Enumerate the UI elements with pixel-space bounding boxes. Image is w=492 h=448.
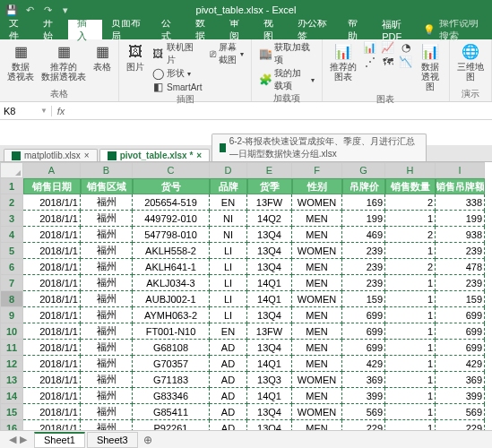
cell[interactable]: 399 xyxy=(436,388,485,404)
cell[interactable]: 2018/1/1 xyxy=(23,227,81,243)
row-header-13[interactable]: 13 xyxy=(0,372,23,388)
cell[interactable]: 338 xyxy=(436,194,485,211)
cell[interactable]: 福州 xyxy=(81,291,133,307)
cell[interactable]: 2018/1/1 xyxy=(23,275,81,291)
cell[interactable]: 福州 xyxy=(81,211,133,227)
cell[interactable]: 199 xyxy=(342,211,385,227)
cell[interactable]: 1 xyxy=(385,388,436,404)
cell[interactable]: AYMH063-2 xyxy=(133,307,210,323)
cell[interactable]: 2018/1/1 xyxy=(23,372,81,388)
tab-help[interactable]: 帮助 xyxy=(339,20,373,39)
cell[interactable]: 福州 xyxy=(81,307,133,323)
add-sheet-button[interactable]: ⊕ xyxy=(140,434,156,446)
recommended-charts-button[interactable]: 📊推荐的 图表 xyxy=(328,41,358,93)
tab-foxit[interactable]: 福昕PDF xyxy=(373,20,423,39)
tab-file[interactable]: 文件 xyxy=(0,20,34,39)
cell[interactable]: 福州 xyxy=(81,372,133,388)
header-cell[interactable]: 销售吊牌额 xyxy=(436,178,485,194)
row-header-14[interactable]: 14 xyxy=(0,388,23,404)
tab-review[interactable]: 审阅 xyxy=(220,20,255,39)
cell[interactable]: 239 xyxy=(342,243,385,259)
cell[interactable]: AKLH641-1 xyxy=(133,259,210,275)
cell[interactable]: 1 xyxy=(385,340,436,356)
cell[interactable]: 239 xyxy=(436,275,485,291)
row-header-11[interactable]: 11 xyxy=(0,340,23,356)
cell[interactable]: 1 xyxy=(385,372,436,388)
col-header-G[interactable]: G xyxy=(342,162,385,178)
redo-icon[interactable]: ↷ xyxy=(39,2,56,18)
cell[interactable]: 福州 xyxy=(81,227,133,243)
cell[interactable]: NI xyxy=(210,211,247,227)
cell[interactable]: 2018/1/1 xyxy=(23,323,81,340)
cell[interactable]: 699 xyxy=(436,307,485,323)
cell[interactable]: MEN xyxy=(292,211,342,227)
cell[interactable]: EN xyxy=(210,194,247,211)
cell[interactable]: 13Q4 xyxy=(247,404,292,420)
screenshot-button[interactable]: ⎚屏幕截图▾ xyxy=(207,41,246,66)
recommended-pivot-button[interactable]: ▦推荐的 数据透视表 xyxy=(39,41,88,88)
cell[interactable]: 1 xyxy=(385,356,436,372)
cell[interactable]: 159 xyxy=(436,291,485,307)
col-header-F[interactable]: F xyxy=(292,162,342,178)
cell[interactable]: WOMEN xyxy=(292,372,342,388)
cell[interactable]: 福州 xyxy=(81,243,133,259)
cell[interactable]: MEN xyxy=(292,307,342,323)
cell[interactable]: MEN xyxy=(292,259,342,275)
tab-insert[interactable]: 插入 xyxy=(68,20,102,39)
nav-next-icon[interactable]: ▶ xyxy=(20,434,27,445)
row-header-5[interactable]: 5 xyxy=(0,243,23,259)
close-icon[interactable]: × xyxy=(84,151,90,160)
cell[interactable]: 13Q4 xyxy=(247,307,292,323)
cell[interactable]: 2018/1/1 xyxy=(23,356,81,372)
row-header-9[interactable]: 9 xyxy=(0,307,23,323)
scatter-chart-icon[interactable]: ⋰ xyxy=(364,56,376,68)
select-all-button[interactable] xyxy=(0,162,23,178)
col-header-B[interactable]: B xyxy=(81,162,133,178)
pie-chart-icon[interactable]: ◔ xyxy=(400,41,412,54)
header-cell[interactable]: 销售数量 xyxy=(385,178,436,194)
cell[interactable]: 2018/1/1 xyxy=(23,404,81,420)
table-button[interactable]: ▦表格 xyxy=(91,41,113,88)
cell[interactable]: 2018/1/1 xyxy=(23,388,81,404)
cell[interactable]: EN xyxy=(210,323,247,340)
row-header-12[interactable]: 12 xyxy=(0,356,23,372)
cell[interactable]: MEN xyxy=(292,323,342,340)
save-icon[interactable]: 💾 xyxy=(4,2,20,18)
cell[interactable]: FT001-N10 xyxy=(133,323,210,340)
cell[interactable]: MEN xyxy=(292,275,342,291)
formula-input[interactable] xyxy=(70,106,492,116)
cell[interactable]: 2018/1/1 xyxy=(23,307,81,323)
cell[interactable]: 2018/1/1 xyxy=(23,243,81,259)
cell[interactable]: 福州 xyxy=(81,388,133,404)
cell[interactable]: WOMEN xyxy=(292,243,342,259)
cell[interactable]: 429 xyxy=(436,356,485,372)
cell[interactable]: 13FW xyxy=(247,323,292,340)
cell[interactable]: 399 xyxy=(342,388,385,404)
cell[interactable]: 2 xyxy=(385,227,436,243)
cell[interactable]: LI xyxy=(210,307,247,323)
cell[interactable]: AD xyxy=(210,404,247,420)
tab-formulas[interactable]: 公式 xyxy=(152,20,186,39)
cell[interactable]: G83346 xyxy=(133,388,210,404)
cell[interactable]: MEN xyxy=(292,227,342,243)
cell[interactable]: 福州 xyxy=(81,194,133,211)
cell[interactable]: WOMEN xyxy=(292,291,342,307)
sheet-tab-3[interactable]: Sheet3 xyxy=(87,432,138,448)
cell[interactable]: 1 xyxy=(385,404,436,420)
cell[interactable]: 699 xyxy=(436,340,485,356)
cell[interactable]: 2018/1/1 xyxy=(23,194,81,211)
cell[interactable]: WOMEN xyxy=(292,194,342,211)
col-header-H[interactable]: H xyxy=(385,162,436,178)
cell[interactable]: AD xyxy=(210,372,247,388)
cell[interactable]: AUBJ002-1 xyxy=(133,291,210,307)
cell[interactable]: 福州 xyxy=(81,323,133,340)
cell[interactable]: AKLJ034-3 xyxy=(133,275,210,291)
undo-icon[interactable]: ↶ xyxy=(22,2,38,18)
nav-prev-icon[interactable]: ◀ xyxy=(9,434,16,445)
cell[interactable]: 699 xyxy=(342,323,385,340)
cell[interactable]: 2018/1/1 xyxy=(23,291,81,307)
col-header-C[interactable]: C xyxy=(133,162,210,178)
cell[interactable]: MEN xyxy=(292,340,342,356)
header-cell[interactable]: 性别 xyxy=(292,178,342,194)
line-chart-icon[interactable]: 📈 xyxy=(382,41,394,54)
